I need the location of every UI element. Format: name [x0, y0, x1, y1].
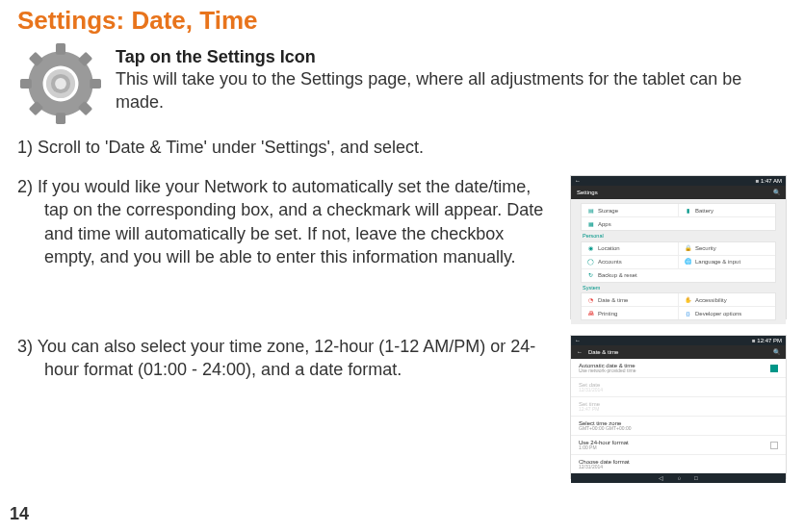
set-date-sub: 12/31/2014: [579, 388, 603, 393]
backup-icon: ↻: [587, 272, 594, 279]
datetime-body: Automatic date & time Use network-provid…: [571, 359, 786, 473]
intro-row: Tap on the Settings Icon This will take …: [17, 43, 787, 124]
language-item[interactable]: 🌐Language & input: [679, 256, 775, 269]
backup-item[interactable]: ↻Backup & reset: [582, 269, 775, 282]
timezone-sub: GMT+00:00 GMT+00:00: [579, 426, 631, 431]
set-time-sub: 12:47 PM: [579, 407, 600, 412]
svg-rect-3: [90, 79, 101, 89]
storage-item[interactable]: ▤Storage: [582, 204, 679, 217]
clock-icon: ◔: [587, 296, 594, 303]
step-2-body: 2) If you would like your Network to aut…: [17, 175, 558, 268]
step-2-row: 2) If you would like your Network to aut…: [17, 175, 787, 319]
set-time-item: Set time 12:47 PM: [571, 397, 786, 417]
status-clock-2: ■ 12:47 PM: [752, 338, 782, 343]
auto-datetime-sub: Use network-provided time: [579, 368, 635, 373]
search-icon[interactable]: 🔍: [773, 349, 780, 355]
settings-header-title: Settings: [577, 190, 598, 195]
developer-item[interactable]: {}Developer options: [679, 307, 775, 319]
back-arrow-icon[interactable]: ←: [577, 349, 583, 355]
security-item[interactable]: 🔒Security: [679, 242, 775, 256]
developer-icon: {}: [685, 310, 691, 317]
location-icon: ◉: [587, 245, 594, 252]
settings-gear-illustration: [17, 43, 104, 124]
datetime-header: ← Date & time 🔍: [571, 345, 786, 359]
step-3-body: 3) You can also select your time zone, 1…: [17, 335, 558, 382]
page-number: 14: [10, 504, 29, 524]
system-header: System: [581, 283, 776, 293]
datetime-screenshot: ← ■ 12:47 PM ← Date & time 🔍 Automatic d…: [570, 335, 787, 479]
settings-screenshot: ← ■ 1:47 AM Settings 🔍 ▤Storage ▮Battery…: [570, 175, 787, 319]
device-card: ▤Storage ▮Battery ▦Apps: [581, 203, 776, 231]
intro-text: Tap on the Settings Icon This will take …: [116, 43, 787, 124]
svg-rect-2: [20, 79, 32, 89]
datetime-item[interactable]: ◔Date & time: [582, 293, 679, 307]
accessibility-icon: ✋: [685, 296, 691, 303]
nav-left-icon: ←: [575, 178, 581, 184]
24hour-checkbox[interactable]: [770, 442, 778, 449]
auto-datetime-item[interactable]: Automatic date & time Use network-provid…: [571, 359, 786, 378]
step-1: 1) Scroll to 'Date & Time' under 'Settin…: [17, 138, 787, 158]
settings-header: Settings 🔍: [571, 186, 786, 199]
step-3-text: 3) You can also select your time zone, 1…: [17, 335, 558, 382]
nav-recent-icon[interactable]: □: [694, 475, 698, 481]
security-icon: 🔒: [685, 245, 691, 252]
intro-heading: Tap on the Settings Icon: [116, 47, 787, 67]
datetime-header-title: Date & time: [588, 349, 618, 355]
svg-point-10: [55, 78, 66, 89]
status-bar: ← ■ 1:47 AM: [571, 176, 786, 186]
24hour-item[interactable]: Use 24-hour format 1:00 PM: [571, 436, 786, 455]
settings-body: ▤Storage ▮Battery ▦Apps Personal ◉Locati…: [571, 199, 786, 324]
search-icon[interactable]: 🔍: [773, 190, 780, 195]
gear-icon: [20, 43, 101, 124]
dateformat-item[interactable]: Choose date format 12/31/2014: [571, 455, 786, 473]
status-bar-2: ← ■ 12:47 PM: [571, 336, 786, 345]
personal-card: ◉Location 🔒Security ◯Accounts 🌐Language …: [581, 241, 776, 283]
intro-body: This will take you to the Settings page,…: [116, 67, 787, 114]
dateformat-sub: 12/31/2014: [579, 465, 630, 469]
nav-bar: ◁ ○ □: [571, 473, 786, 483]
storage-icon: ▤: [587, 207, 594, 214]
personal-header: Personal: [581, 231, 776, 241]
accounts-icon: ◯: [587, 259, 594, 266]
apps-icon: ▦: [587, 220, 594, 227]
timezone-item[interactable]: Select time zone GMT+00:00 GMT+00:00: [571, 417, 786, 436]
printing-item[interactable]: 🖶Printing: [582, 307, 679, 319]
battery-icon: ▮: [685, 207, 691, 214]
svg-rect-0: [56, 43, 65, 55]
location-item[interactable]: ◉Location: [582, 242, 679, 256]
page-title: Settings: Date, Time: [17, 6, 787, 36]
auto-datetime-checkbox[interactable]: [770, 365, 778, 372]
accounts-item[interactable]: ◯Accounts: [582, 256, 679, 269]
nav-left-icon: ←: [575, 338, 581, 343]
step-2-text: 2) If you would like your Network to aut…: [17, 175, 558, 268]
printing-icon: 🖶: [587, 310, 594, 317]
system-card: ◔Date & time ✋Accessibility 🖶Printing {}…: [581, 292, 776, 320]
24hour-sub: 1:00 PM: [579, 445, 629, 450]
status-clock: ■ 1:47 AM: [756, 178, 782, 184]
accessibility-item[interactable]: ✋Accessibility: [679, 293, 775, 307]
nav-home-icon[interactable]: ○: [677, 475, 681, 481]
set-date-item: Set date 12/31/2014: [571, 378, 786, 397]
step-3-row: 3) You can also select your time zone, 1…: [17, 335, 787, 479]
battery-item[interactable]: ▮Battery: [679, 204, 775, 217]
apps-item[interactable]: ▦Apps: [582, 217, 775, 230]
nav-back-icon[interactable]: ◁: [659, 475, 663, 481]
language-icon: 🌐: [685, 259, 691, 266]
svg-rect-1: [56, 113, 65, 124]
